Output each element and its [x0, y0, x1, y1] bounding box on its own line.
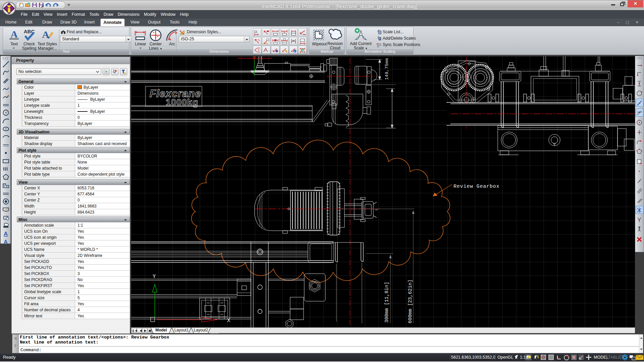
- svg-text:+: +: [258, 48, 260, 52]
- svg-text:1000kg: 1000kg: [166, 97, 199, 107]
- svg-text:S: S: [302, 49, 304, 52]
- svg-text:600mm [23,62in]: 600mm [23,62in]: [408, 279, 413, 323]
- svg-text:Review Gearbox: Review Gearbox: [453, 184, 499, 189]
- svg-text:Y: Y: [153, 274, 156, 280]
- svg-text:i: i: [294, 50, 295, 53]
- svg-text:300mm [11,8in]: 300mm [11,8in]: [384, 282, 389, 323]
- svg-text:X: X: [227, 318, 230, 324]
- svg-text:A: A: [4, 239, 8, 245]
- svg-text:149,75mm: 149,75mm: [384, 58, 389, 80]
- svg-text:A: A: [4, 231, 8, 237]
- svg-text:A: A: [10, 29, 18, 40]
